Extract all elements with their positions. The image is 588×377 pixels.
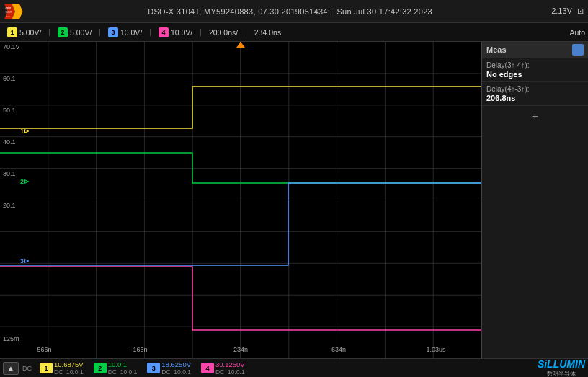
- svg-text:-166n: -166n: [130, 346, 147, 353]
- waveform-canvas: 70.1V 60.1 50.1 40.1 30.1 20.1 125m -566…: [0, 42, 481, 358]
- ch1-status[interactable]: 1 10.6875V DC 10.0:1: [35, 359, 88, 377]
- measurements-title: Meas: [486, 45, 507, 54]
- svg-text:2⊳: 2⊳: [20, 178, 30, 185]
- ch3-status-value: 18.6250V: [161, 360, 191, 368]
- measurements-close-button[interactable]: [572, 44, 584, 56]
- ch4-scale: 10.0V/: [171, 28, 192, 37]
- ch2-status-badge: 2: [94, 363, 107, 373]
- measurements-panel: Meas Delay(3↑-4↑): No edges Delay(4↑-3↑)…: [481, 42, 588, 358]
- svg-text:3⊳: 3⊳: [20, 257, 30, 265]
- svg-text:125m: 125m: [3, 335, 19, 342]
- timebase-ch3-area[interactable]: 3 10.0V/: [104, 26, 146, 39]
- ch2-badge: 2: [58, 27, 68, 37]
- header-bar: KEY SIGHT TECH DSO-X 3104T, MY59240883, …: [0, 0, 588, 23]
- dc-label: DC: [22, 365, 32, 372]
- main-area: 70.1V 60.1 50.1 40.1 30.1 20.1 125m -566…: [0, 42, 588, 358]
- channel-1-settings[interactable]: 1 5.00V/: [3, 26, 45, 39]
- ch3-status[interactable]: 3 18.6250V DC 10.0:1: [143, 359, 195, 377]
- ch3-timebase: 10.0V/: [120, 28, 142, 37]
- channel-bar: 1 5.00V/ | 2 5.00V/ | 3 10.0V/ | 4 10.0V…: [0, 23, 588, 42]
- svg-text:TECH: TECH: [6, 14, 11, 16]
- svg-text:20.1: 20.1: [3, 202, 16, 209]
- ch2-scale: 5.00V/: [70, 28, 92, 37]
- timebase-delay[interactable]: 234.0ns: [250, 27, 285, 38]
- measurements-header: Meas: [482, 42, 588, 58]
- meas-value-1: No edges: [486, 70, 584, 79]
- keysight-logo: KEY SIGHT TECH: [4, 4, 26, 19]
- svg-text:30.1: 30.1: [3, 170, 16, 177]
- silumin-sub: 数明半导体: [538, 370, 585, 377]
- svg-text:1.03us: 1.03us: [426, 346, 446, 353]
- meas-label-2: Delay(4↑-3↑):: [486, 85, 584, 93]
- trigger-label: Auto: [569, 28, 585, 37]
- channel-4-settings[interactable]: 4 10.0V/: [154, 26, 197, 39]
- meas-value-2: 206.8ns: [486, 94, 584, 102]
- measurement-delay-4-3: Delay(4↑-3↑): 206.8ns: [482, 82, 588, 106]
- svg-text:234n: 234n: [233, 346, 248, 353]
- trigger-mode[interactable]: Auto: [569, 28, 585, 37]
- svg-text:70.1V: 70.1V: [3, 43, 20, 50]
- ch1-status-badge: 1: [40, 363, 53, 373]
- ch4-status-badge: 4: [201, 363, 214, 373]
- device-info: DSO-X 3104T, MY59240883, 07.30.201905143…: [35, 7, 545, 16]
- delay-value: 234.0ns: [254, 28, 281, 37]
- trigger-level: 2.13V ⊡: [551, 6, 584, 16]
- timebase-scale: 200.0ns/: [209, 28, 238, 37]
- ch2-status-value: 10.0:1: [108, 360, 138, 368]
- channel-2-settings[interactable]: 2 5.00V/: [53, 26, 96, 39]
- svg-text:50.1: 50.1: [3, 107, 16, 114]
- timebase-setting[interactable]: 200.0ns/: [205, 27, 242, 38]
- ch4-status[interactable]: 4 30.1250V DC 10.0:1: [197, 359, 249, 377]
- svg-text:SIGHT: SIGHT: [6, 11, 12, 14]
- ch3-status-badge: 3: [147, 363, 160, 373]
- oscilloscope-plot: 70.1V 60.1 50.1 40.1 30.1 20.1 125m -566…: [0, 42, 481, 358]
- ch3-badge: 3: [108, 27, 118, 37]
- silumin-logo: SiLLUMIN 数明半导体: [538, 358, 585, 377]
- meas-label-1: Delay(3↑-4↑):: [486, 61, 584, 69]
- ch1-badge: 1: [7, 27, 17, 37]
- add-measurement-button[interactable]: +: [482, 106, 588, 128]
- svg-text:60.1: 60.1: [3, 75, 16, 82]
- ch4-badge: 4: [159, 27, 169, 37]
- silumin-brand: SiLLUMIN: [538, 358, 585, 370]
- svg-text:40.1: 40.1: [3, 138, 16, 146]
- status-bar: ▲ DC 1 10.6875V DC 10.0:1 2 10.0:1 DC 10…: [0, 358, 588, 377]
- measurement-delay-3-4: Delay(3↑-4↑): No edges: [482, 58, 588, 82]
- svg-text:634n: 634n: [331, 346, 346, 353]
- svg-text:-566n: -566n: [35, 346, 51, 353]
- ch1-status-value: 10.6875V: [54, 360, 84, 368]
- ch4-status-value: 30.1250V: [215, 360, 245, 368]
- ch2-status[interactable]: 2 10.0:1 DC 10.0:1: [89, 359, 142, 377]
- ch1-scale: 5.00V/: [19, 28, 41, 37]
- nav-up-button[interactable]: ▲: [3, 362, 19, 375]
- svg-text:KEY: KEY: [6, 7, 12, 10]
